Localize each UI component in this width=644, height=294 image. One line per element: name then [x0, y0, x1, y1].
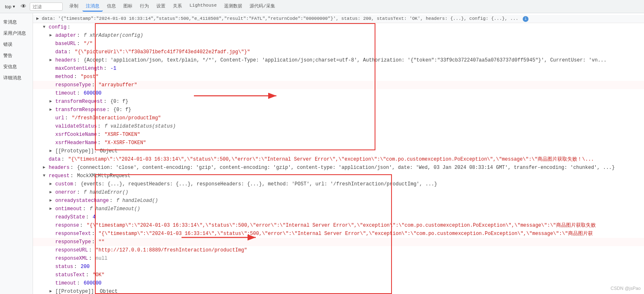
transformrequest-val: {0: f} — [107, 98, 128, 105]
ontimeout-key: ontimeout — [55, 205, 82, 213]
custom-line[interactable]: custom : {events: {...}, requestHeaders:… — [33, 180, 644, 188]
custom-expand[interactable] — [50, 180, 55, 188]
tab-settings[interactable]: 设置 — [153, 1, 169, 12]
watermark: CSDN @jsPao — [611, 286, 641, 291]
adapter-expand[interactable] — [50, 32, 55, 39]
tab-relation[interactable]: 关系 — [170, 1, 185, 12]
sidebar-item-security[interactable]: 安信息 — [0, 61, 33, 72]
responseurl-line[interactable]: responseURL : "http://127.0.0.1:8889/fre… — [33, 246, 644, 254]
validatestatus-key: validateStatus — [55, 123, 97, 130]
readystate-val: 4 — [90, 213, 95, 221]
validatestatus-line[interactable]: validateStatus : f validateStatus(status… — [33, 122, 644, 130]
prototype-request-line[interactable]: [[Prototype]]: Object — [33, 287, 644, 294]
headers-key: headers — [55, 57, 76, 64]
sidebar-item-user[interactable]: 采用户消息 — [0, 28, 33, 39]
responsetype-key: responseType — [55, 81, 91, 89]
headers-outer-expand[interactable] — [43, 164, 49, 171]
ontimeout-line[interactable]: ontimeout : f handleTimeout() — [33, 205, 644, 213]
sidebar-item-common[interactable]: 常消息 — [0, 17, 33, 28]
config-expand[interactable] — [43, 24, 49, 31]
tab-action[interactable]: 行为 — [137, 1, 152, 12]
prototype-config-line[interactable]: [[Prototype]]: Object — [33, 147, 644, 155]
ontimeout-expand[interactable] — [50, 205, 55, 213]
baseurl-val: "/" — [81, 40, 93, 47]
transformrequest-expand[interactable] — [50, 98, 55, 105]
info-badge[interactable]: i — [523, 16, 528, 22]
timeout-config-line[interactable]: timeout : 600000 — [33, 89, 644, 97]
tab-annotate[interactable]: 注消息 — [83, 1, 103, 12]
onreadystatechange-expand[interactable] — [50, 197, 55, 204]
response-val: "{\"timestamp\":\"2024-01-03 16:33:14\",… — [84, 222, 596, 229]
onerror-key: onerror — [55, 189, 76, 196]
prototype-request-expand[interactable] — [50, 288, 55, 294]
statustext-request-key: statusText — [55, 271, 85, 279]
sidebar-item-warning[interactable]: 警告 — [0, 50, 33, 61]
url-val: "/freshInteraction/productImg" — [69, 114, 161, 122]
headers-line[interactable]: headers : {Accept: 'application/json, te… — [33, 56, 644, 64]
responsetext-line[interactable]: responseText : "{\"timestamp\":\"2024-01… — [33, 230, 644, 238]
tab-info[interactable]: 信息 — [104, 1, 119, 12]
timeout-request-key: timeout — [55, 280, 76, 287]
xsrfcookiename-key: xsrfCookieName — [55, 131, 97, 138]
status-request-line[interactable]: status : 200 — [33, 263, 644, 271]
onerror-line[interactable]: onerror : f handleError() — [33, 188, 644, 197]
responsexml-val: null — [92, 255, 107, 262]
status-request-val: 200 — [78, 263, 90, 270]
status-request-key: status — [55, 263, 73, 270]
responsetext-key: responseText — [55, 230, 91, 237]
ontimeout-val: f handleTimeout() — [87, 205, 140, 213]
xsrfheadername-line[interactable]: xsrfHeaderName : "X-XSRF-TOKEN" — [33, 139, 644, 147]
onreadystatechange-key: onreadystatechange — [55, 197, 109, 204]
url-line[interactable]: url : "/freshInteraction/productImg" — [33, 114, 644, 122]
request-line[interactable]: request : MockXMLHttpRequest — [33, 172, 644, 180]
responsetype-request-line[interactable]: responseType : "" — [33, 238, 644, 246]
responsetype-req-key: responseType — [55, 238, 91, 246]
tab-lighthouse[interactable]: Lighthouse — [186, 1, 220, 12]
filter-input[interactable] — [30, 2, 63, 11]
response-line[interactable]: response : "{\"timestamp\":\"2024-01-03 … — [33, 221, 644, 230]
sidebar-item-error[interactable]: 错误 — [0, 39, 33, 50]
sidebar-item-detail[interactable]: 详细消息 — [0, 72, 33, 83]
headers-outer-line[interactable]: headers : {connection: 'close', content-… — [33, 164, 644, 172]
data-outer-val: "{\"timestamp\":\"2024-01-03 16:33:14\",… — [65, 156, 594, 163]
config-line[interactable]: config : — [33, 23, 644, 31]
tab-telemetry[interactable]: 遥测数据 — [221, 1, 245, 12]
request-expand[interactable] — [43, 172, 49, 180]
baseurl-line[interactable]: baseURL : "/" — [33, 40, 644, 48]
top-label: top — [5, 4, 11, 9]
headers-expand[interactable] — [50, 57, 55, 64]
responsexml-line[interactable]: responseXML : null — [33, 254, 644, 263]
timeout-request-line[interactable]: timeout : 600000 — [33, 279, 644, 287]
transformresponse-line[interactable]: transformResponse : {0: f} — [33, 106, 644, 114]
readystate-line[interactable]: readyState : 4 — [33, 213, 644, 221]
responsetype-config-line[interactable]: responseType : "arraybuffer" — [33, 81, 644, 89]
method-val: "post" — [78, 73, 98, 81]
method-line[interactable]: method : "post" — [33, 73, 644, 81]
summary-line[interactable]: ▶ data: '{"timestamp":"2024-01-03 16:33:… — [33, 15, 644, 23]
tab-icon[interactable]: 图标 — [120, 1, 136, 12]
tab-source[interactable]: 源代码/采集 — [246, 1, 278, 12]
transformrequest-line[interactable]: transformRequest : {0: f} — [33, 97, 644, 106]
data-line[interactable]: data : "{\"pictureUrl\":\"f30a3071befc41… — [33, 48, 644, 56]
xsrfheadername-key: xsrfHeaderName — [55, 139, 97, 147]
top-button[interactable]: top ▼ — [3, 3, 17, 10]
tab-record[interactable]: 录制 — [66, 1, 82, 12]
xsrfcookiename-line[interactable]: xsrfCookieName : "XSRF-TOKEN" — [33, 130, 644, 139]
prototype-request-val: [[Prototype]]: Object — [55, 288, 118, 294]
timeout-val: 600000 — [81, 90, 101, 97]
request-type: MockXMLHttpRequest — [74, 172, 131, 180]
data-outer-line[interactable]: data : "{\"timestamp\":\"2024-01-03 16:3… — [33, 155, 644, 164]
adapter-line[interactable]: adapter : f xhrAdapter(config) — [33, 31, 644, 40]
summary-text: data: '{"timestamp":"2024-01-03 16:33:14… — [42, 16, 521, 21]
onerror-expand[interactable] — [50, 189, 55, 196]
statustext-request-line[interactable]: statusText : "OK" — [33, 271, 644, 279]
content-area: ▶ data: '{"timestamp":"2024-01-03 16:33:… — [33, 13, 644, 294]
xsrfheadername-val: "X-XSRF-TOKEN" — [101, 139, 146, 147]
onreadystatechange-line[interactable]: onreadystatechange : f handleLoad() — [33, 197, 644, 205]
transformresponse-expand[interactable] — [50, 106, 55, 114]
maxcontentlength-key: maxContentLength — [55, 65, 103, 72]
prototype-config-expand[interactable] — [50, 147, 55, 155]
eye-icon[interactable]: 👁 — [21, 3, 26, 10]
adapter-val: f xhrAdapter(config) — [81, 32, 143, 39]
maxcontentlength-line[interactable]: maxContentLength : -1 — [33, 64, 644, 73]
